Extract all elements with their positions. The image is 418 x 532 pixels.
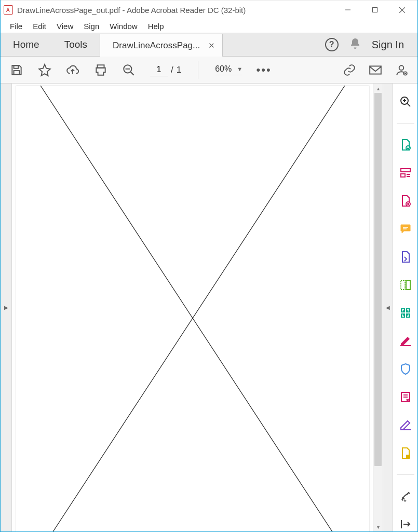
tab-document-label: DrawLineAcrossPag... xyxy=(113,40,200,51)
page-sep: / xyxy=(171,65,173,75)
fill-sign-icon[interactable] xyxy=(399,390,412,404)
svg-rect-39 xyxy=(406,455,410,458)
svg-rect-6 xyxy=(14,71,20,75)
more-tools-icon[interactable] xyxy=(399,489,412,503)
svg-rect-32 xyxy=(401,280,405,290)
email-icon[interactable] xyxy=(369,63,382,77)
toolbar: / 1 60% ▼ ••• xyxy=(1,57,417,84)
request-sign-icon[interactable] xyxy=(399,446,412,460)
compress-pdf-icon[interactable] xyxy=(399,306,412,320)
notifications-icon[interactable] xyxy=(349,37,361,52)
menu-view[interactable]: View xyxy=(52,21,77,32)
account-icon[interactable] xyxy=(395,63,408,77)
page-indicator: / 1 xyxy=(150,63,181,76)
svg-line-16 xyxy=(16,86,369,531)
tools-panel xyxy=(393,84,417,531)
svg-rect-33 xyxy=(406,280,410,290)
search-plus-icon[interactable] xyxy=(399,95,412,108)
zoom-out-icon[interactable] xyxy=(122,63,136,77)
content-area: ▶ ▴ ▾ ◀ xyxy=(1,84,417,531)
window-title: DrawLineAcrossPage_out.pdf - Adobe Acrob… xyxy=(17,6,335,15)
document-viewport[interactable] xyxy=(12,84,373,531)
svg-rect-23 xyxy=(401,169,410,172)
close-button[interactable] xyxy=(389,2,414,18)
menu-sign[interactable]: Sign xyxy=(79,21,103,32)
scroll-down-icon[interactable]: ▾ xyxy=(373,522,383,531)
sign-icon[interactable] xyxy=(399,418,412,432)
scroll-up-icon[interactable]: ▴ xyxy=(373,84,383,93)
expand-icon[interactable] xyxy=(399,517,412,531)
svg-line-19 xyxy=(407,103,410,106)
protect-icon[interactable] xyxy=(399,362,412,376)
document-page xyxy=(16,86,369,531)
scroll-thumb[interactable] xyxy=(374,93,382,466)
menu-window[interactable]: Window xyxy=(105,21,141,32)
svg-text:A: A xyxy=(6,7,10,13)
organize-pages-icon[interactable] xyxy=(399,278,412,292)
svg-rect-24 xyxy=(401,174,405,177)
svg-rect-11 xyxy=(370,66,381,74)
chevron-left-icon: ◀ xyxy=(386,305,390,310)
export-pdf-icon[interactable] xyxy=(399,138,412,152)
save-icon[interactable] xyxy=(10,63,23,77)
chevron-right-icon: ▶ xyxy=(4,305,8,310)
menu-edit[interactable]: Edit xyxy=(29,21,50,32)
svg-line-9 xyxy=(130,72,134,75)
tab-home[interactable]: Home xyxy=(1,33,52,56)
chevron-down-icon: ▼ xyxy=(237,66,242,72)
svg-rect-38 xyxy=(400,429,411,430)
maximize-button[interactable] xyxy=(362,2,387,18)
menu-file[interactable]: File xyxy=(6,21,26,32)
page-total: 1 xyxy=(177,65,181,75)
right-panel-toggle[interactable]: ◀ xyxy=(383,84,393,531)
svg-point-12 xyxy=(399,65,404,70)
zoom-dropdown[interactable]: 60% ▼ xyxy=(215,64,242,75)
tab-tools[interactable]: Tools xyxy=(52,33,100,56)
close-tab-icon[interactable]: ✕ xyxy=(208,41,215,50)
svg-rect-34 xyxy=(400,345,411,346)
share-link-icon[interactable] xyxy=(343,63,356,77)
tab-document[interactable]: DrawLineAcrossPag... ✕ xyxy=(100,34,223,57)
more-icon[interactable]: ••• xyxy=(257,63,271,77)
combine-files-icon[interactable] xyxy=(399,250,412,264)
tab-bar: Home Tools DrawLineAcrossPag... ✕ ? Sign… xyxy=(1,33,417,57)
print-icon[interactable] xyxy=(94,63,107,77)
zoom-value: 60% xyxy=(215,64,232,74)
title-bar: A DrawLineAcrossPage_out.pdf - Adobe Acr… xyxy=(1,0,417,19)
sign-in-button[interactable]: Sign In xyxy=(372,39,407,51)
left-panel-toggle[interactable]: ▶ xyxy=(1,84,12,531)
redact-icon[interactable] xyxy=(399,334,412,348)
edit-pdf-icon[interactable] xyxy=(399,194,412,208)
svg-rect-2 xyxy=(373,8,377,12)
app-icon: A xyxy=(4,5,13,15)
menu-help[interactable]: Help xyxy=(144,21,168,32)
svg-line-17 xyxy=(16,86,369,531)
create-pdf-icon[interactable] xyxy=(399,166,412,180)
page-input[interactable] xyxy=(150,63,168,76)
vertical-scrollbar[interactable]: ▴ ▾ xyxy=(373,84,383,531)
menu-bar: File Edit View Sign Window Help xyxy=(1,19,417,33)
cloud-upload-icon[interactable] xyxy=(66,63,79,77)
svg-rect-5 xyxy=(14,65,19,68)
comment-icon[interactable] xyxy=(399,222,412,236)
minimize-button[interactable] xyxy=(335,2,360,18)
star-icon[interactable] xyxy=(38,63,51,77)
help-icon[interactable]: ? xyxy=(325,38,339,51)
